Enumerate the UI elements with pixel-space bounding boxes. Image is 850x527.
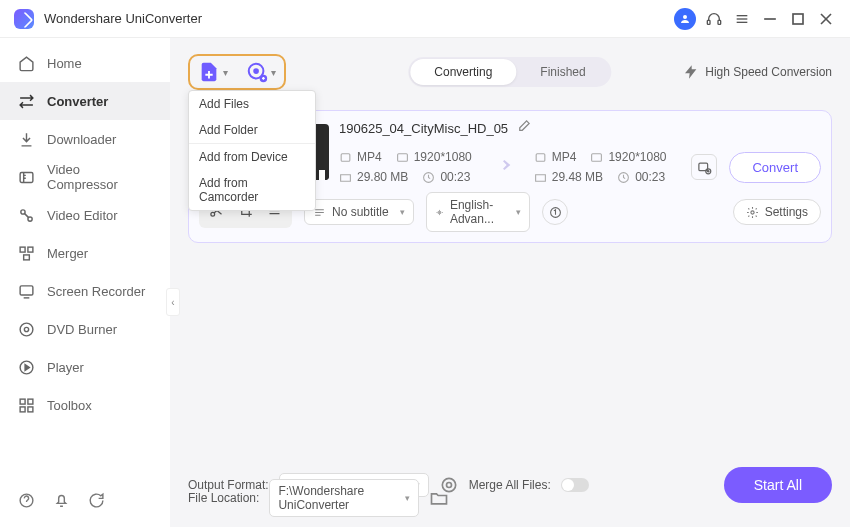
src-res: 1920*1080 [396,150,472,164]
convert-button[interactable]: Convert [729,152,821,183]
svg-rect-29 [397,153,407,161]
dst-dur: 00:23 [617,170,665,184]
user-avatar[interactable] [674,8,696,30]
sidebar-item-label: Downloader [47,132,116,147]
settings-button[interactable]: Settings [733,199,821,225]
file-location-label: File Location: [188,491,259,505]
app-logo [14,9,34,29]
help-icon[interactable] [18,492,35,513]
dropdown-add-camcorder[interactable]: Add from Camcorder [189,170,315,210]
sidebar-item-label: Home [47,56,82,71]
edit-name-icon[interactable] [516,119,531,138]
dropdown-add-files[interactable]: Add Files [189,91,315,117]
maximize-button[interactable] [788,9,808,29]
start-all-button[interactable]: Start All [724,467,832,503]
sidebar-item-label: Video Editor [47,208,118,223]
status-tabs: Converting Finished [408,57,611,87]
svg-rect-2 [718,20,721,24]
svg-rect-14 [28,247,33,252]
audio-select[interactable]: English-Advan...▾ [426,192,530,232]
svg-rect-13 [20,247,25,252]
minimize-button[interactable] [760,9,780,29]
format-settings-icon[interactable] [691,154,717,180]
merge-toggle[interactable] [561,478,589,492]
arrow-icon [484,154,522,180]
sidebar-item-player[interactable]: Player [0,348,170,386]
tab-finished[interactable]: Finished [516,59,609,85]
sidebar-item-label: Player [47,360,84,375]
sidebar-item-downloader[interactable]: Downloader [0,120,170,158]
titlebar: Wondershare UniConverter [0,0,850,38]
sidebar-item-label: Toolbox [47,398,92,413]
tab-converting[interactable]: Converting [410,59,516,85]
sidebar-item-label: Video Compressor [47,162,152,192]
dst-res: 1920*1080 [590,150,666,164]
src-dur: 00:23 [422,170,470,184]
add-dvd-button[interactable]: ▾ [246,61,276,83]
file-name: 190625_04_CityMisc_HD_05 [339,121,508,136]
svg-rect-22 [20,406,25,411]
sidebar-item-toolbox[interactable]: Toolbox [0,386,170,424]
dropdown-add-folder[interactable]: Add Folder [189,117,315,143]
headset-icon[interactable] [704,9,724,29]
high-speed-toggle[interactable]: High Speed Conversion [683,64,832,80]
sidebar-collapse[interactable]: ‹ [166,288,180,316]
open-folder-icon[interactable] [429,488,449,508]
svg-point-17 [20,323,33,336]
sidebar-item-label: Converter [47,94,108,109]
svg-point-26 [254,69,258,73]
src-size: 29.80 MB [339,170,408,184]
bell-icon[interactable] [53,492,70,513]
src-format: MP4 [339,150,382,164]
hs-label: High Speed Conversion [705,65,832,79]
file-location-select[interactable]: F:\Wondershare UniConverter▾ [269,479,419,517]
svg-point-42 [751,210,754,213]
sidebar-item-merger[interactable]: Merger [0,234,170,272]
add-dropdown: Add Files Add Folder Add from Device Add… [188,90,316,211]
dst-format: MP4 [534,150,577,164]
svg-rect-32 [592,153,602,161]
svg-rect-15 [24,254,30,259]
dst-size: 29.48 MB [534,170,603,184]
svg-rect-1 [707,20,710,24]
svg-rect-31 [536,153,545,161]
svg-rect-28 [341,153,350,161]
sidebar-item-converter[interactable]: Converter [0,82,170,120]
subtitle-select[interactable]: No subtitle▾ [304,199,414,225]
svg-point-18 [24,327,28,331]
sidebar-item-label: Merger [47,246,88,261]
close-button[interactable] [816,9,836,29]
menu-icon[interactable] [732,9,752,29]
add-file-button[interactable]: ▾ [198,61,228,83]
svg-rect-10 [20,172,33,182]
svg-point-0 [683,15,687,19]
sidebar-item-compressor[interactable]: Video Compressor [0,158,170,196]
sidebar-item-home[interactable]: Home [0,44,170,82]
sidebar-item-recorder[interactable]: Screen Recorder [0,272,170,310]
sidebar-item-dvd[interactable]: DVD Burner [0,310,170,348]
chevron-down-icon: ▾ [223,67,228,78]
svg-rect-21 [28,399,33,404]
svg-rect-7 [793,14,803,24]
dropdown-add-device[interactable]: Add from Device [189,144,315,170]
sidebar: Home Converter Downloader Video Compress… [0,38,170,527]
svg-rect-20 [20,399,25,404]
feedback-icon[interactable] [88,492,105,513]
svg-rect-23 [28,406,33,411]
add-file-group: ▾ ▾ Add Files Add Folder Add from Device… [188,54,286,90]
svg-rect-16 [20,285,33,294]
sidebar-item-label: Screen Recorder [47,284,145,299]
sidebar-item-editor[interactable]: Video Editor [0,196,170,234]
info-icon[interactable] [542,199,568,225]
chevron-down-icon: ▾ [271,67,276,78]
app-title: Wondershare UniConverter [44,11,202,26]
sidebar-item-label: DVD Burner [47,322,117,337]
